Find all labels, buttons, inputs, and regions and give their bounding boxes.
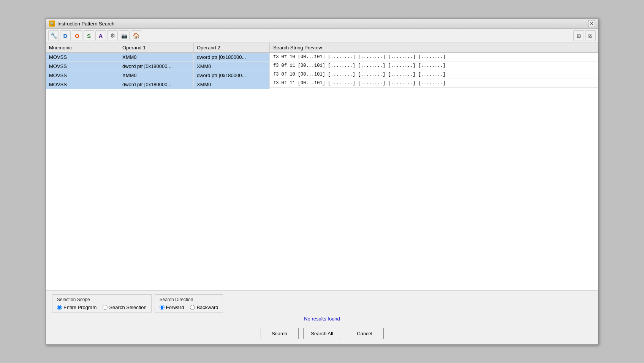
title-bar: 🔍 Instruction Pattern Search ✕ [46,19,598,29]
search-selection-option[interactable]: Search Selection [103,305,146,310]
list-item: f3 0f 11 [00...101] [........] [........… [270,62,598,70]
operand2-cell: XMM0 [194,62,270,71]
list-item: f3 0f 10 [00...101] [........] [........… [270,70,598,79]
search-selection-radio[interactable] [103,305,108,310]
mnemonic-cell: MOVSS [46,80,119,89]
forward-label: Forward [166,305,184,310]
forward-radio[interactable] [160,305,165,310]
scope-radio-row: Entire Program Search Selection [57,305,147,310]
table-row[interactable]: MOVSS dword ptr [0x180000... XMM0 [46,80,270,89]
button-row: Search Search All Cancel [52,325,592,341]
table-row[interactable]: MOVSS dword ptr [0x180000... XMM0 [46,62,270,71]
main-content: Mnemonic Operand 1 Operand 2 MOVSS XMM0 … [46,43,598,290]
s-icon: S [87,33,91,39]
operand1-cell: dword ptr [0x180000... [119,80,194,89]
scope-title: Selection Scope [57,297,147,302]
title-bar-left: 🔍 Instruction Pattern Search [49,21,114,27]
o-button[interactable]: O [72,30,82,41]
camera-button[interactable]: 📷 [119,30,130,41]
right-table-body: f3 0f 10 [00...101] [........] [........… [270,53,598,290]
right-table-header: Search String Preview [270,43,598,53]
a-icon: A [99,33,103,39]
left-table-body: MOVSS XMM0 dword ptr [0x180000... MOVSS … [46,53,270,290]
s-button[interactable]: S [84,30,94,41]
forward-option[interactable]: Forward [160,305,184,310]
list-item: f3 0f 11 [00...101] [........] [........… [270,79,598,88]
operand2-cell: dword ptr [0x180000... [194,53,270,62]
d-button[interactable]: D [60,30,71,41]
left-panel: Mnemonic Operand 1 Operand 2 MOVSS XMM0 … [46,43,270,290]
scope-direction-row: Selection Scope Entire Program Search Se… [52,294,592,313]
status-message: No results found [52,313,592,325]
close-view-icon: ☒ [588,33,593,39]
backward-radio[interactable] [190,305,195,310]
list-item: f3 0f 10 [00...101] [........] [........… [270,53,598,62]
search-selection-label: Search Selection [109,305,146,310]
wrench-button[interactable]: 🔧 [48,30,59,41]
selection-scope-group: Selection Scope Entire Program Search Se… [52,294,152,313]
backward-label: Backward [196,305,218,310]
d-icon: D [63,33,68,39]
mnemonic-cell: MOVSS [46,71,119,80]
direction-title: Search Direction [160,297,218,302]
operand1-cell: dword ptr [0x180000... [119,62,194,71]
search-direction-group: Search Direction Forward Backward [155,294,223,313]
toolbar-right: ⊞ ☒ [573,30,596,41]
close-button[interactable]: ✕ [588,20,595,27]
grid-icon: ⊞ [577,33,581,39]
backward-option[interactable]: Backward [190,305,218,310]
entire-program-option[interactable]: Entire Program [57,305,97,310]
bottom-section: Selection Scope Entire Program Search Se… [46,290,598,344]
operand2-cell: XMM0 [194,80,270,89]
operand2-header: Operand 2 [194,43,270,52]
window-title: Instruction Pattern Search [57,21,114,27]
mnemonic-header: Mnemonic [46,43,119,52]
operand1-header: Operand 1 [119,43,194,52]
entire-program-radio[interactable] [57,305,62,310]
table-row[interactable]: MOVSS XMM0 dword ptr [0x180000... [46,53,270,62]
home-icon: 🏠 [133,32,140,39]
refresh-button[interactable]: ⚙ [107,30,118,41]
entire-program-label: Entire Program [63,305,97,310]
wrench-icon: 🔧 [50,32,57,39]
operand2-cell: dword ptr [0x180000... [194,71,270,80]
close-view-button[interactable]: ☒ [585,30,596,41]
mnemonic-cell: MOVSS [46,53,119,62]
preview-header: Search String Preview [270,43,598,52]
operand1-cell: XMM0 [119,53,194,62]
direction-radio-row: Forward Backward [160,305,218,310]
right-panel: Search String Preview f3 0f 10 [00...101… [270,43,598,290]
grid-view-button[interactable]: ⊞ [573,30,584,41]
search-button[interactable]: Search [261,328,299,339]
toolbar: 🔧 D O S A ⚙ 📷 🏠 ⊞ ☒ [46,29,598,43]
cancel-button[interactable]: Cancel [346,328,384,339]
mnemonic-cell: MOVSS [46,62,119,71]
search-all-button[interactable]: Search All [303,328,341,339]
home-button[interactable]: 🏠 [131,30,141,41]
operand1-cell: XMM0 [119,71,194,80]
window-icon: 🔍 [49,21,55,27]
a-button[interactable]: A [95,30,106,41]
o-icon: O [75,33,79,39]
table-row[interactable]: MOVSS XMM0 dword ptr [0x180000... [46,71,270,80]
refresh-icon: ⚙ [110,32,115,39]
camera-icon: 📷 [121,33,127,39]
left-table-header: Mnemonic Operand 1 Operand 2 [46,43,270,53]
main-window: 🔍 Instruction Pattern Search ✕ 🔧 D O S A… [46,18,598,345]
